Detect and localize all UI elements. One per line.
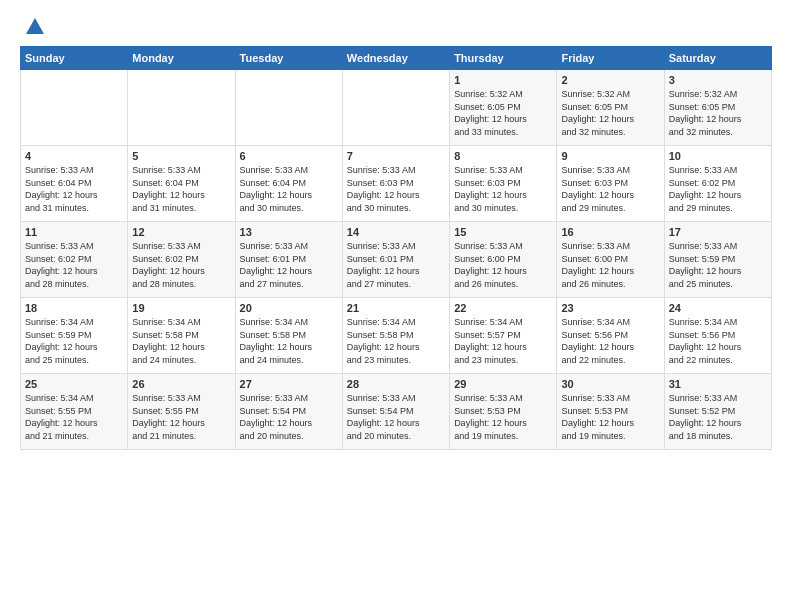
day-number: 18: [25, 302, 123, 314]
day-info: Sunrise: 5:33 AM Sunset: 5:52 PM Dayligh…: [669, 392, 767, 442]
day-info: Sunrise: 5:33 AM Sunset: 5:54 PM Dayligh…: [347, 392, 445, 442]
day-cell: [235, 70, 342, 146]
day-cell: 16Sunrise: 5:33 AM Sunset: 6:00 PM Dayli…: [557, 222, 664, 298]
day-info: Sunrise: 5:33 AM Sunset: 6:04 PM Dayligh…: [25, 164, 123, 214]
day-number: 20: [240, 302, 338, 314]
day-cell: 3Sunrise: 5:32 AM Sunset: 6:05 PM Daylig…: [664, 70, 771, 146]
day-cell: 20Sunrise: 5:34 AM Sunset: 5:58 PM Dayli…: [235, 298, 342, 374]
day-number: 2: [561, 74, 659, 86]
day-cell: 10Sunrise: 5:33 AM Sunset: 6:02 PM Dayli…: [664, 146, 771, 222]
day-info: Sunrise: 5:33 AM Sunset: 6:04 PM Dayligh…: [132, 164, 230, 214]
day-cell: [342, 70, 449, 146]
day-cell: 12Sunrise: 5:33 AM Sunset: 6:02 PM Dayli…: [128, 222, 235, 298]
day-number: 15: [454, 226, 552, 238]
day-info: Sunrise: 5:34 AM Sunset: 5:55 PM Dayligh…: [25, 392, 123, 442]
day-cell: 30Sunrise: 5:33 AM Sunset: 5:53 PM Dayli…: [557, 374, 664, 450]
day-number: 23: [561, 302, 659, 314]
day-number: 25: [25, 378, 123, 390]
day-cell: 25Sunrise: 5:34 AM Sunset: 5:55 PM Dayli…: [21, 374, 128, 450]
day-info: Sunrise: 5:33 AM Sunset: 6:00 PM Dayligh…: [454, 240, 552, 290]
day-number: 13: [240, 226, 338, 238]
day-info: Sunrise: 5:34 AM Sunset: 5:59 PM Dayligh…: [25, 316, 123, 366]
logo: [20, 16, 46, 38]
svg-marker-0: [26, 18, 44, 34]
day-number: 22: [454, 302, 552, 314]
day-info: Sunrise: 5:33 AM Sunset: 5:59 PM Dayligh…: [669, 240, 767, 290]
week-row-5: 25Sunrise: 5:34 AM Sunset: 5:55 PM Dayli…: [21, 374, 772, 450]
day-number: 3: [669, 74, 767, 86]
header: [20, 16, 772, 38]
day-number: 4: [25, 150, 123, 162]
col-saturday: Saturday: [664, 47, 771, 70]
day-number: 31: [669, 378, 767, 390]
day-number: 26: [132, 378, 230, 390]
day-info: Sunrise: 5:34 AM Sunset: 5:56 PM Dayligh…: [561, 316, 659, 366]
day-info: Sunrise: 5:33 AM Sunset: 6:01 PM Dayligh…: [240, 240, 338, 290]
day-number: 17: [669, 226, 767, 238]
col-friday: Friday: [557, 47, 664, 70]
day-cell: [21, 70, 128, 146]
week-row-3: 11Sunrise: 5:33 AM Sunset: 6:02 PM Dayli…: [21, 222, 772, 298]
day-number: 10: [669, 150, 767, 162]
day-number: 9: [561, 150, 659, 162]
day-cell: 21Sunrise: 5:34 AM Sunset: 5:58 PM Dayli…: [342, 298, 449, 374]
day-info: Sunrise: 5:33 AM Sunset: 6:04 PM Dayligh…: [240, 164, 338, 214]
day-number: 1: [454, 74, 552, 86]
day-info: Sunrise: 5:32 AM Sunset: 6:05 PM Dayligh…: [561, 88, 659, 138]
day-info: Sunrise: 5:33 AM Sunset: 5:53 PM Dayligh…: [561, 392, 659, 442]
day-cell: 5Sunrise: 5:33 AM Sunset: 6:04 PM Daylig…: [128, 146, 235, 222]
day-cell: 8Sunrise: 5:33 AM Sunset: 6:03 PM Daylig…: [450, 146, 557, 222]
day-number: 6: [240, 150, 338, 162]
day-info: Sunrise: 5:32 AM Sunset: 6:05 PM Dayligh…: [669, 88, 767, 138]
day-cell: 29Sunrise: 5:33 AM Sunset: 5:53 PM Dayli…: [450, 374, 557, 450]
day-info: Sunrise: 5:33 AM Sunset: 6:03 PM Dayligh…: [347, 164, 445, 214]
day-number: 27: [240, 378, 338, 390]
day-cell: 1Sunrise: 5:32 AM Sunset: 6:05 PM Daylig…: [450, 70, 557, 146]
day-cell: 19Sunrise: 5:34 AM Sunset: 5:58 PM Dayli…: [128, 298, 235, 374]
day-number: 8: [454, 150, 552, 162]
day-info: Sunrise: 5:33 AM Sunset: 6:02 PM Dayligh…: [25, 240, 123, 290]
day-cell: 22Sunrise: 5:34 AM Sunset: 5:57 PM Dayli…: [450, 298, 557, 374]
day-cell: 13Sunrise: 5:33 AM Sunset: 6:01 PM Dayli…: [235, 222, 342, 298]
day-info: Sunrise: 5:34 AM Sunset: 5:58 PM Dayligh…: [347, 316, 445, 366]
page: Sunday Monday Tuesday Wednesday Thursday…: [0, 0, 792, 612]
day-cell: 31Sunrise: 5:33 AM Sunset: 5:52 PM Dayli…: [664, 374, 771, 450]
day-cell: 11Sunrise: 5:33 AM Sunset: 6:02 PM Dayli…: [21, 222, 128, 298]
day-number: 7: [347, 150, 445, 162]
day-cell: 14Sunrise: 5:33 AM Sunset: 6:01 PM Dayli…: [342, 222, 449, 298]
day-cell: 23Sunrise: 5:34 AM Sunset: 5:56 PM Dayli…: [557, 298, 664, 374]
day-number: 5: [132, 150, 230, 162]
day-info: Sunrise: 5:33 AM Sunset: 6:03 PM Dayligh…: [454, 164, 552, 214]
day-info: Sunrise: 5:34 AM Sunset: 5:56 PM Dayligh…: [669, 316, 767, 366]
day-number: 14: [347, 226, 445, 238]
day-info: Sunrise: 5:33 AM Sunset: 6:00 PM Dayligh…: [561, 240, 659, 290]
day-cell: 4Sunrise: 5:33 AM Sunset: 6:04 PM Daylig…: [21, 146, 128, 222]
calendar-table: Sunday Monday Tuesday Wednesday Thursday…: [20, 46, 772, 450]
day-number: 21: [347, 302, 445, 314]
day-info: Sunrise: 5:33 AM Sunset: 6:02 PM Dayligh…: [669, 164, 767, 214]
day-number: 29: [454, 378, 552, 390]
day-info: Sunrise: 5:34 AM Sunset: 5:58 PM Dayligh…: [240, 316, 338, 366]
week-row-2: 4Sunrise: 5:33 AM Sunset: 6:04 PM Daylig…: [21, 146, 772, 222]
day-cell: 27Sunrise: 5:33 AM Sunset: 5:54 PM Dayli…: [235, 374, 342, 450]
day-cell: 9Sunrise: 5:33 AM Sunset: 6:03 PM Daylig…: [557, 146, 664, 222]
day-cell: 26Sunrise: 5:33 AM Sunset: 5:55 PM Dayli…: [128, 374, 235, 450]
day-info: Sunrise: 5:33 AM Sunset: 6:02 PM Dayligh…: [132, 240, 230, 290]
day-info: Sunrise: 5:33 AM Sunset: 5:55 PM Dayligh…: [132, 392, 230, 442]
day-number: 12: [132, 226, 230, 238]
day-number: 28: [347, 378, 445, 390]
col-monday: Monday: [128, 47, 235, 70]
calendar-body: 1Sunrise: 5:32 AM Sunset: 6:05 PM Daylig…: [21, 70, 772, 450]
day-cell: 6Sunrise: 5:33 AM Sunset: 6:04 PM Daylig…: [235, 146, 342, 222]
calendar-header: Sunday Monday Tuesday Wednesday Thursday…: [21, 47, 772, 70]
week-row-1: 1Sunrise: 5:32 AM Sunset: 6:05 PM Daylig…: [21, 70, 772, 146]
day-number: 24: [669, 302, 767, 314]
day-cell: 24Sunrise: 5:34 AM Sunset: 5:56 PM Dayli…: [664, 298, 771, 374]
col-sunday: Sunday: [21, 47, 128, 70]
header-row: Sunday Monday Tuesday Wednesday Thursday…: [21, 47, 772, 70]
day-info: Sunrise: 5:33 AM Sunset: 6:03 PM Dayligh…: [561, 164, 659, 214]
day-number: 16: [561, 226, 659, 238]
day-info: Sunrise: 5:33 AM Sunset: 5:54 PM Dayligh…: [240, 392, 338, 442]
logo-icon: [24, 16, 46, 38]
day-info: Sunrise: 5:33 AM Sunset: 6:01 PM Dayligh…: [347, 240, 445, 290]
